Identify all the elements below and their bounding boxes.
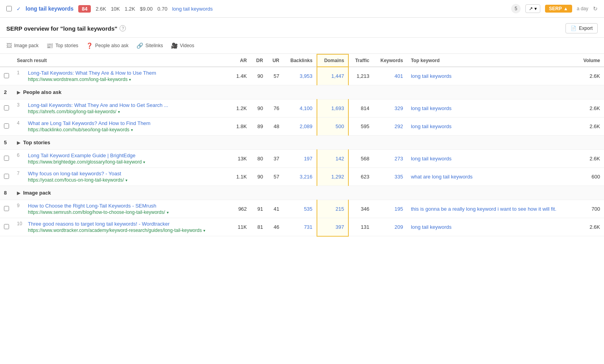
domains-link[interactable]: 1,693	[331, 105, 344, 111]
keywords-link[interactable]: 329	[394, 105, 403, 111]
feature-sitelinks[interactable]: 🔗 Sitelinks	[136, 42, 163, 49]
url-dropdown-icon[interactable]: ▾	[125, 178, 127, 182]
top-keyword-link[interactable]: what are long tail keywords	[411, 174, 473, 180]
url-dropdown-icon[interactable]: ▾	[143, 160, 145, 164]
expand-icon[interactable]: ▶	[17, 140, 20, 145]
url-dropdown-icon[interactable]: ▾	[129, 77, 131, 82]
th-top-keyword[interactable]: Top keyword	[407, 54, 577, 67]
domains-link[interactable]: 500	[335, 123, 344, 129]
backlinks-link[interactable]: 197	[304, 156, 313, 162]
th-backlinks[interactable]: Backlinks	[283, 54, 317, 67]
th-ar[interactable]: AR	[230, 54, 251, 67]
url-dropdown-icon[interactable]: ▾	[118, 110, 120, 114]
select-all-checkbox[interactable]	[6, 6, 12, 11]
keywords-cell: 401	[373, 67, 407, 85]
th-ur[interactable]: UR	[267, 54, 283, 67]
feature-people-also-ask[interactable]: ❓ People also ask	[86, 42, 129, 49]
url-dropdown-icon[interactable]: ▾	[167, 210, 169, 215]
domains-link[interactable]: 1,447	[331, 73, 344, 79]
result-url-link[interactable]: https://backlinko.com/hub/seo/long-tail-…	[28, 127, 151, 132]
export-button[interactable]: 📄 Export	[565, 23, 598, 33]
th-volume[interactable]: Volume	[577, 54, 604, 67]
result-title-link[interactable]: Long-Tail Keywords: What They Are & How …	[28, 70, 156, 76]
result-url-link[interactable]: https://ahrefs.com/blog/long-tail-keywor…	[28, 109, 168, 114]
result-cell: 10 Three good reasons to target long tai…	[13, 218, 230, 236]
top-keyword-link[interactable]: this is gonna be a really long keyword i…	[411, 206, 556, 212]
feature-image-pack[interactable]: 🖼 Image pack	[6, 42, 39, 49]
row-checkbox[interactable]	[4, 123, 9, 129]
keywords-link[interactable]: 292	[394, 123, 403, 129]
result-title-link[interactable]: How to Choose the Right Long-Tail Keywor…	[28, 203, 169, 209]
result-cell: 3 Long-tail Keywords: What They Are and …	[13, 99, 230, 118]
result-title-link[interactable]: Long-tail Keywords: What They Are and Ho…	[28, 102, 168, 108]
refresh-icon[interactable]: ↻	[593, 6, 598, 12]
domains-link[interactable]: 215	[335, 206, 344, 212]
backlinks-link[interactable]: 4,100	[300, 105, 313, 111]
row-check-cell	[0, 200, 13, 218]
feature-top-stories[interactable]: 📰 Top stories	[46, 42, 78, 49]
volume-value: 2.6K	[589, 73, 600, 79]
top-keyword-link[interactable]: long tail keywords	[411, 123, 451, 129]
backlinks-link[interactable]: 3,216	[300, 174, 313, 180]
dr-cell: 90	[251, 67, 267, 85]
th-keywords[interactable]: Keywords	[373, 54, 407, 67]
th-traffic[interactable]: Traffic	[348, 54, 373, 67]
row-checkbox[interactable]	[4, 206, 9, 211]
keywords-link[interactable]: 335	[394, 174, 403, 180]
backlinks-link[interactable]: 2,089	[300, 123, 313, 129]
result-url-link[interactable]: https://www.semrush.com/blog/how-to-choo…	[28, 210, 169, 215]
domains-link[interactable]: 1,292	[331, 174, 344, 180]
result-content: Long-tail Keywords: What They Are and Ho…	[28, 102, 168, 114]
parent-topic-link[interactable]: long tail keywords	[172, 6, 213, 12]
traffic-cell: 814	[348, 99, 373, 118]
backlinks-link[interactable]: 535	[304, 206, 313, 212]
keywords-link[interactable]: 401	[394, 73, 403, 79]
result-url-link[interactable]: https://www.brightedge.com/glossary/long…	[28, 159, 145, 165]
table-row: 2 ▶ People also ask	[0, 85, 604, 99]
feature-videos[interactable]: 🎥 Videos	[171, 42, 194, 49]
th-domains[interactable]: Domains	[317, 54, 348, 67]
row-checkbox[interactable]	[4, 73, 9, 78]
trend-button[interactable]: ↗ ▾	[525, 4, 540, 13]
result-url-link[interactable]: https://www.wordstream.com/long-tail-key…	[28, 77, 156, 82]
domains-link[interactable]: 397	[335, 224, 344, 230]
url-dropdown-icon[interactable]: ▾	[131, 128, 133, 132]
traffic-cell: 595	[348, 118, 373, 136]
expand-icon[interactable]: ▶	[17, 191, 20, 195]
volume-cell: 2.6K	[577, 99, 604, 118]
help-icon[interactable]: ?	[120, 25, 126, 31]
backlinks-link[interactable]: 731	[304, 224, 313, 230]
keyword-link[interactable]: long tail keywords	[26, 6, 74, 12]
result-url-link[interactable]: https://yoast.com/focus-on-long-tail-key…	[28, 177, 127, 183]
feature-image-pack-label: Image pack	[14, 43, 39, 48]
result-title-link[interactable]: Long Tail Keyword Example Guide | Bright…	[28, 153, 145, 158]
result-title-link[interactable]: What are Long Tail Keywords? And How to …	[28, 120, 151, 126]
row-checkbox[interactable]	[4, 156, 9, 161]
top-keyword-link[interactable]: long tail keywords	[411, 224, 451, 230]
row-checkbox[interactable]	[4, 224, 9, 229]
result-title-link[interactable]: Why focus on long-tail keywords? - Yoast	[28, 171, 127, 176]
top-keyword-link[interactable]: long tail keywords	[411, 105, 451, 111]
keywords-link[interactable]: 273	[394, 156, 403, 162]
keywords-link[interactable]: 195	[394, 206, 403, 212]
top-keyword-cell: long tail keywords	[407, 218, 577, 236]
serp-button[interactable]: SERP ▲	[545, 5, 572, 13]
row-checkbox[interactable]	[4, 174, 9, 179]
domains-link[interactable]: 142	[335, 156, 344, 162]
top-keyword-link[interactable]: long tail keywords	[411, 156, 451, 162]
ur-cell: 57	[267, 67, 283, 85]
backlinks-link[interactable]: 3,953	[300, 73, 313, 79]
domains-cell: 500	[317, 118, 348, 136]
keywords-link[interactable]: 209	[394, 224, 403, 230]
url-dropdown-icon[interactable]: ▾	[203, 228, 205, 233]
backlinks-cell: 4,100	[283, 99, 317, 118]
dr-cell: 80	[251, 150, 267, 168]
th-dr[interactable]: DR	[251, 54, 267, 67]
section-title: People also ask	[23, 89, 62, 95]
result-content: What are Long Tail Keywords? And How to …	[28, 120, 151, 132]
expand-icon[interactable]: ▶	[17, 90, 20, 95]
result-url-link[interactable]: https://www.wordtracker.com/academy/keyw…	[28, 228, 205, 233]
row-checkbox[interactable]	[4, 105, 9, 110]
result-title-link[interactable]: Three good reasons to target long tail k…	[28, 221, 205, 227]
top-keyword-link[interactable]: long tail keywords	[411, 73, 451, 79]
